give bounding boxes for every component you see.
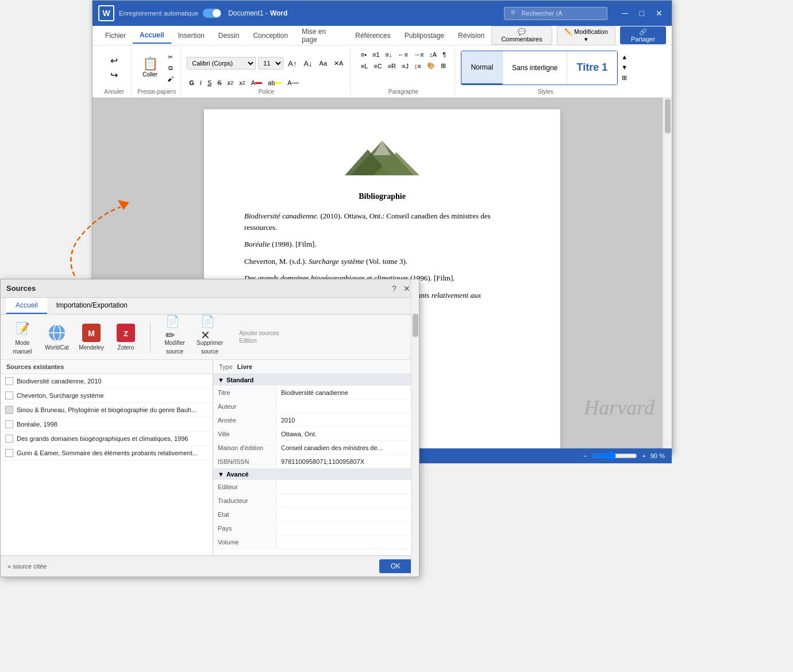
tab-dessin[interactable]: Dessin <box>211 28 247 43</box>
titre1-label: Titre 1 <box>576 62 607 74</box>
dialog-help-button[interactable]: ? <box>388 282 401 295</box>
supprimer-source-button[interactable]: 📄✕ Supprimer source <box>197 319 223 355</box>
tab-references[interactable]: Références <box>348 28 397 43</box>
line-spacing-button[interactable]: ↕≡ <box>412 62 424 71</box>
scroll-styles-up[interactable]: ▲ <box>619 52 630 62</box>
bullet-list-button[interactable]: ≡• <box>359 50 369 59</box>
dialog-tab-accueil[interactable]: Accueil <box>6 298 47 314</box>
shrink-font-button[interactable]: A↓ <box>301 58 314 69</box>
zotero-button[interactable]: Z Zotero <box>113 324 138 351</box>
grow-font-button[interactable]: A↑ <box>286 58 299 69</box>
superscript-button[interactable]: x2 <box>237 78 248 87</box>
ribbon-content: ↩ ↪ Annuler 📋 Coller ✂ ⧉ 🖌 <box>93 45 672 97</box>
tab-publipostage[interactable]: Publipostage <box>398 28 451 43</box>
shading-para-button[interactable]: 🎨 <box>425 61 437 71</box>
multilevel-list-button[interactable]: ≡↓ <box>383 50 395 59</box>
change-case-button[interactable]: Aa <box>317 59 329 68</box>
avance-section-header[interactable]: ▼ Avancé <box>213 469 419 480</box>
subscript-button[interactable]: x2 <box>225 78 236 87</box>
redo-button[interactable]: ↪ <box>108 68 120 82</box>
numbered-list-button[interactable]: ≡1 <box>370 50 382 59</box>
format-painter-button[interactable]: 🖌 <box>165 74 176 83</box>
tab-mise-en-page[interactable]: Mise en page <box>295 24 348 47</box>
details-scrollbar-thumb[interactable] <box>413 314 418 337</box>
show-marks-button[interactable]: ¶ <box>440 50 448 59</box>
source-item-4[interactable]: Des grands domaines biogéographiques et … <box>1 432 213 446</box>
source-item-3[interactable]: Boréalie, 1998 <box>1 417 213 432</box>
source-item-5[interactable]: Gunn & Eamer, Sommaire des éléments prob… <box>1 446 213 460</box>
ok-button[interactable]: OK <box>379 559 412 573</box>
modification-button[interactable]: ✏️ Modification ▾ <box>557 26 615 45</box>
highlight-button[interactable]: ab <box>265 78 284 87</box>
ribbon-tabs: Fichier Accueil Insertion Dessin Concept… <box>93 26 672 45</box>
standard-section-header[interactable]: ▼ Standard <box>213 374 419 386</box>
close-button[interactable]: ✕ <box>652 7 666 19</box>
worldcat-button[interactable]: WorldCat <box>44 324 70 351</box>
app-name-label: Word <box>270 9 287 17</box>
dialog-tab-import[interactable]: Importation/Exportation <box>47 298 137 314</box>
source-item-1[interactable]: Cheverton, Surcharge système <box>1 389 213 403</box>
scrollbar-thumb[interactable] <box>665 99 671 133</box>
autosave-toggle[interactable] <box>203 9 221 18</box>
source-checkbox-1[interactable] <box>5 391 13 400</box>
mode-manuel-label: Mode <box>15 340 29 346</box>
svg-text:Z: Z <box>124 329 128 338</box>
font-size-select[interactable]: 11 <box>258 57 283 70</box>
bib-entry-1: Biodiversité canadienne. (2010). Ottawa,… <box>244 210 520 233</box>
clear-format-button[interactable]: ✕A <box>332 59 345 68</box>
zoom-in-button[interactable]: + <box>642 452 645 459</box>
copy-button[interactable]: ⧉ <box>165 63 176 73</box>
commentaires-button[interactable]: 💬 Commentaires <box>491 26 552 45</box>
font-color-button[interactable]: A <box>249 78 264 87</box>
strikethrough-button[interactable]: S <box>215 78 224 87</box>
source-item-0[interactable]: Biodiversité canadienne, 2010 <box>1 374 213 389</box>
align-left-button[interactable]: ≡L <box>359 62 371 71</box>
italic-button[interactable]: I <box>198 78 204 87</box>
cut-button[interactable]: ✂ <box>165 52 176 62</box>
font-name-select[interactable]: Calibri (Corps) <box>187 57 256 70</box>
mode-manuel-button[interactable]: 📝 Mode manuel <box>10 319 35 355</box>
bold-button[interactable]: G <box>187 78 197 87</box>
maximize-button[interactable]: □ <box>636 7 648 19</box>
search-box[interactable]: 🔍 Rechercher (A <box>504 7 607 20</box>
zoom-slider[interactable] <box>591 451 637 460</box>
coller-button[interactable]: 📋 Coller <box>137 55 163 80</box>
source-checkbox-3[interactable] <box>5 420 13 428</box>
decrease-indent-button[interactable]: ←≡ <box>395 50 410 59</box>
align-center-button[interactable]: ≡C <box>371 62 384 71</box>
tab-insertion[interactable]: Insertion <box>171 28 211 43</box>
mendeley-button[interactable]: M Mendeley <box>79 324 104 351</box>
partager-button[interactable]: 🔗 Partager <box>620 26 666 44</box>
source-checkbox-4[interactable] <box>5 435 13 443</box>
tab-accueil[interactable]: Accueil <box>133 28 171 44</box>
borders-button[interactable]: ⊞ <box>438 61 448 71</box>
source-checkbox-0[interactable] <box>5 377 13 385</box>
style-titre1[interactable]: Titre 1 <box>567 51 617 85</box>
vertical-scrollbar[interactable] <box>663 98 672 448</box>
underline-button[interactable]: S <box>205 78 214 87</box>
expand-styles[interactable]: ⊞ <box>619 73 630 83</box>
justify-button[interactable]: ≡J <box>399 62 411 71</box>
auteur-field-value <box>276 404 419 409</box>
source-checkbox-5[interactable] <box>5 449 13 457</box>
zoom-out-button[interactable]: − <box>583 452 587 459</box>
style-sans-interligne[interactable]: Sans interligne <box>503 51 567 85</box>
source-text-4: Des grands domaines biogéographiques et … <box>17 435 208 442</box>
type-row: Type Livre <box>213 360 419 374</box>
details-scrollbar[interactable] <box>411 279 419 577</box>
undo-button[interactable]: ↩ <box>108 54 120 67</box>
align-right-button[interactable]: ≡R <box>386 62 398 71</box>
modifier-source-button[interactable]: 📄✏ Modifier source <box>162 319 187 355</box>
tab-revision[interactable]: Révision <box>451 28 491 43</box>
scroll-styles-down[interactable]: ▼ <box>619 63 630 72</box>
sort-button[interactable]: ↕A <box>427 50 439 59</box>
tab-conception[interactable]: Conception <box>246 28 295 43</box>
style-normal[interactable]: Normal <box>461 51 503 85</box>
increase-indent-button[interactable]: →≡ <box>411 50 426 59</box>
shading-button[interactable]: A <box>285 78 301 87</box>
source-checkbox-2[interactable] <box>5 406 13 414</box>
minimize-button[interactable]: ─ <box>619 7 632 19</box>
source-item-2[interactable]: Sinou & Bruneau, Phylogénie et biogéogra… <box>1 403 213 417</box>
tab-fichier[interactable]: Fichier <box>98 28 133 43</box>
supprimer-label2: source <box>201 348 218 355</box>
